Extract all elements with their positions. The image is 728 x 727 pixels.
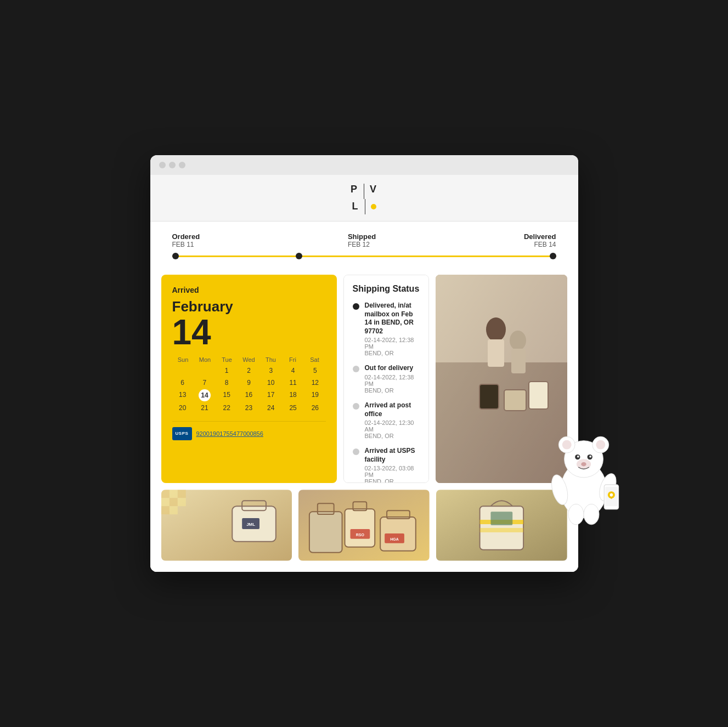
cal-day-2: 2 <box>238 365 259 376</box>
cal-day-7: 7 <box>194 377 215 388</box>
status-location-0: BEND, OR <box>365 350 420 356</box>
calendar: Sun Mon Tue Wed Thu Fri Sat 1 <box>172 356 326 413</box>
status-location-3: BEND, OR <box>365 478 420 483</box>
cal-day-24: 24 <box>261 402 281 413</box>
svg-rect-17 <box>161 506 170 514</box>
cal-day-10: 10 <box>261 377 281 388</box>
delivered-date: FEB 14 <box>524 241 556 248</box>
browser-dot-green <box>179 162 185 168</box>
status-item-1: Out for delivery 02-14-2022, 12:38 PM BE… <box>353 364 420 394</box>
arrived-label: Arrived <box>172 286 326 294</box>
svg-rect-13 <box>177 490 185 498</box>
cal-wed: Wed <box>238 356 260 363</box>
svg-rect-4 <box>488 339 504 367</box>
product-image-main <box>436 275 567 483</box>
cal-day-8: 8 <box>216 377 237 388</box>
status-location-1: BEND, OR <box>365 387 420 394</box>
status-time-0: 02-14-2022, 12:38 PM <box>365 337 420 350</box>
svg-rect-18 <box>169 506 177 514</box>
progress-section: Ordered FEB 11 Shipped FEB 12 Delivered … <box>150 221 578 268</box>
logo-divider <box>364 184 364 199</box>
status-item-3: Arrived at USPS facility 02-13-2022, 03:… <box>353 447 420 483</box>
logo-divider-2 <box>365 199 365 214</box>
cal-day-14-highlighted: 14 <box>199 389 211 401</box>
cal-sun: Sun <box>172 356 194 363</box>
svg-point-55 <box>607 491 614 498</box>
logo-v: V <box>370 184 377 199</box>
cal-day-23: 23 <box>238 402 259 413</box>
browser-dot-yellow <box>169 162 176 168</box>
app-content: P V L Ordered FEB 11 <box>150 175 578 572</box>
cal-fri: Fri <box>282 356 304 363</box>
progress-dot-ordered <box>172 253 179 259</box>
svg-rect-24 <box>309 512 342 553</box>
cal-day-20: 20 <box>172 402 193 413</box>
status-event-1: Out for delivery <box>365 364 420 373</box>
svg-rect-7 <box>479 384 499 409</box>
svg-rect-15 <box>169 498 177 506</box>
progress-delivered: Delivered FEB 14 <box>524 232 556 248</box>
cal-day-13: 13 <box>172 389 193 401</box>
status-event-3: Arrived at USPS facility <box>365 447 420 464</box>
calendar-header: Sun Mon Tue Wed Thu Fri Sat <box>172 356 326 363</box>
main-grid: Arrived February 14 Sun Mon Tue Wed Thu … <box>150 268 578 490</box>
svg-point-52 <box>596 472 619 503</box>
logo-l: L <box>352 201 359 213</box>
progress-dot-delivered <box>550 253 556 259</box>
shipped-title: Shipped <box>348 232 376 241</box>
svg-point-44 <box>596 440 605 450</box>
cal-mon: Mon <box>194 356 216 363</box>
usps-text: USPS <box>176 431 189 436</box>
cal-day-26: 26 <box>304 402 325 413</box>
status-dot-0 <box>353 303 359 310</box>
cal-day-21: 21 <box>194 402 215 413</box>
cal-day-9: 9 <box>238 377 259 388</box>
cal-day-11: 11 <box>283 377 303 388</box>
svg-rect-14 <box>161 498 170 506</box>
status-dot-2 <box>353 403 359 410</box>
arrived-day: 14 <box>172 315 326 350</box>
svg-point-49 <box>576 459 590 470</box>
status-dot-3 <box>353 448 359 455</box>
status-content-3: Arrived at USPS facility 02-13-2022, 03:… <box>365 447 420 483</box>
status-item-0: Delivered, in/at mailbox on Feb 14 in BE… <box>353 302 420 356</box>
bottom-grid: JML <box>150 490 578 572</box>
status-item-2: Arrived at post office 02-14-2022, 12:30… <box>353 401 420 439</box>
cal-day-25: 25 <box>283 402 303 413</box>
cal-sat: Sat <box>304 356 326 363</box>
cal-day-4: 4 <box>283 365 303 376</box>
bottom-img-svg-3 <box>436 490 567 561</box>
delivered-title: Delivered <box>524 232 556 241</box>
cal-day-18: 18 <box>283 389 303 401</box>
svg-rect-16 <box>177 498 185 506</box>
cal-day-15: 15 <box>216 389 237 401</box>
svg-rect-2 <box>436 362 567 483</box>
ordered-title: Ordered <box>172 232 200 241</box>
bottom-img-svg-1: JML <box>161 490 292 561</box>
svg-point-46 <box>587 455 592 459</box>
cal-day-1: 1 <box>216 365 237 376</box>
svg-point-3 <box>486 317 506 342</box>
shipped-date: FEB 12 <box>348 241 376 248</box>
svg-text:JML: JML <box>246 522 255 527</box>
svg-rect-54 <box>605 487 617 506</box>
logo-dot <box>371 204 376 209</box>
svg-rect-12 <box>169 490 177 498</box>
svg-rect-9 <box>529 382 548 409</box>
bottom-img-3 <box>436 490 567 561</box>
logo-p: P <box>351 184 358 199</box>
status-time-1: 02-14-2022, 12:38 PM <box>365 374 420 387</box>
progress-bar <box>172 253 556 259</box>
status-time-2: 02-14-2022, 12:30 AM <box>365 419 420 433</box>
status-dot-1 <box>353 366 359 372</box>
progress-labels: Ordered FEB 11 Shipped FEB 12 Delivered … <box>172 232 556 248</box>
svg-rect-8 <box>504 390 526 411</box>
browser-window: P V L Ordered FEB 11 <box>150 155 578 572</box>
arrived-card: Arrived February 14 Sun Mon Tue Wed Thu … <box>161 275 337 483</box>
progress-ordered: Ordered FEB 11 <box>172 232 200 248</box>
tracking-number[interactable]: 92001901755477000856 <box>196 430 263 437</box>
product-image-svg <box>436 275 567 483</box>
svg-text:HGA: HGA <box>390 537 398 541</box>
browser-dot-red <box>159 162 166 168</box>
svg-point-5 <box>510 331 526 350</box>
